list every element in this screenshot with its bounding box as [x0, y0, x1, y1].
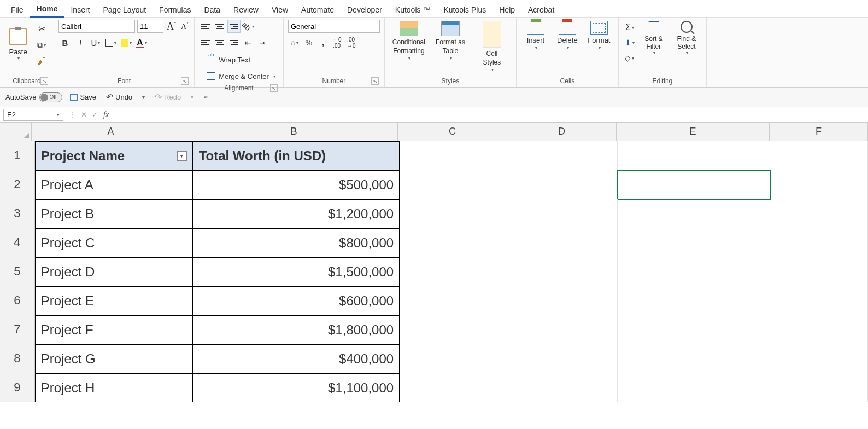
cell-C8[interactable]	[400, 344, 508, 373]
cell-A3[interactable]: Project B	[35, 199, 193, 228]
cell-D8[interactable]	[508, 344, 617, 373]
cell-B6[interactable]: $600,000	[193, 286, 400, 315]
cell-B9[interactable]: $1,100,000	[193, 373, 400, 402]
redo-button[interactable]: ↷ Redo	[153, 91, 183, 103]
select-all-corner[interactable]	[0, 123, 32, 141]
cell-E9[interactable]	[618, 373, 770, 402]
cell-D4[interactable]	[508, 228, 617, 257]
cell-D3[interactable]	[508, 199, 617, 228]
decrease-decimal-button[interactable]: .00→0	[345, 36, 358, 49]
cell-B5[interactable]: $1,500,000	[193, 257, 400, 286]
cell-A4[interactable]: Project C	[35, 228, 193, 257]
tab-automate[interactable]: Automate	[295, 2, 341, 18]
enter-formula-button[interactable]: ✓	[89, 111, 100, 119]
cancel-formula-button[interactable]: ✕	[78, 111, 89, 119]
cell-A6[interactable]: Project E	[35, 286, 193, 315]
cell-F6[interactable]	[770, 286, 868, 315]
increase-decimal-button[interactable]: ←0.00	[331, 36, 344, 49]
row-header-3[interactable]: 3	[0, 199, 35, 228]
conditional-formatting-button[interactable]: Conditional Formatting	[389, 20, 429, 72]
cell-A5[interactable]: Project D	[35, 257, 193, 286]
cell-D5[interactable]	[508, 257, 617, 286]
clipboard-launcher[interactable]: ⤡	[40, 77, 48, 85]
autosum-button[interactable]: Σ	[623, 21, 636, 34]
cell-A1[interactable]: Project Name▾	[35, 141, 193, 170]
decrease-indent-button[interactable]: ⇤	[242, 36, 255, 49]
cell-F8[interactable]	[770, 344, 868, 373]
tab-view[interactable]: View	[265, 2, 295, 18]
cell-B1[interactable]: Total Worth (in USD)	[193, 141, 400, 170]
bold-button[interactable]: B	[58, 36, 72, 49]
cell-C7[interactable]	[400, 315, 508, 344]
cell-F1[interactable]	[770, 141, 868, 170]
tab-page-layout[interactable]: Page Layout	[96, 2, 153, 18]
decrease-font-button[interactable]: A˅	[180, 22, 190, 31]
font-name-select[interactable]	[58, 20, 135, 33]
cell-E1[interactable]	[618, 141, 770, 170]
column-header-B[interactable]: B	[190, 123, 398, 141]
cell-D7[interactable]	[508, 315, 617, 344]
paste-button[interactable]: Paste	[4, 20, 32, 69]
tab-developer[interactable]: Developer	[341, 2, 389, 18]
cell-C9[interactable]	[400, 373, 508, 402]
cell-A8[interactable]: Project G	[35, 344, 193, 373]
cell-A7[interactable]: Project F	[35, 315, 193, 344]
cell-A2[interactable]: Project A	[35, 170, 193, 199]
cell-D1[interactable]	[508, 141, 617, 170]
cell-E5[interactable]	[618, 257, 770, 286]
find-select-button[interactable]: Find & Select	[671, 20, 702, 72]
accounting-format-button[interactable]: ⌂	[288, 36, 301, 49]
cell-C6[interactable]	[400, 286, 508, 315]
alignment-launcher[interactable]: ⤡	[270, 84, 278, 92]
increase-font-button[interactable]: A˄	[166, 21, 178, 32]
cell-C1[interactable]	[400, 141, 508, 170]
merge-center-button[interactable]: Merge & Center	[203, 69, 279, 83]
cell-E6[interactable]	[618, 286, 770, 315]
row-header-1[interactable]: 1	[0, 141, 35, 170]
row-header-5[interactable]: 5	[0, 257, 35, 286]
fill-color-button[interactable]	[120, 36, 133, 49]
cell-B7[interactable]: $1,800,000	[193, 315, 400, 344]
increase-indent-button[interactable]: ⇥	[256, 36, 269, 49]
redo-dropdown[interactable]: ▾	[189, 93, 196, 101]
tab-kutools-[interactable]: Kutools ™	[389, 2, 437, 18]
sort-filter-button[interactable]: Sort & Filter	[638, 20, 669, 72]
copy-button[interactable]: ⧉	[34, 38, 49, 51]
cell-C4[interactable]	[400, 228, 508, 257]
fill-button[interactable]: ⬇	[623, 36, 636, 49]
cell-C5[interactable]	[400, 257, 508, 286]
tab-insert[interactable]: Insert	[64, 2, 96, 18]
row-header-6[interactable]: 6	[0, 286, 35, 315]
column-header-C[interactable]: C	[398, 123, 507, 141]
autosave-toggle[interactable]: Off	[39, 92, 62, 102]
tab-kutools-plus[interactable]: Kutools Plus	[437, 2, 492, 18]
undo-button[interactable]: ↶ Undo	[104, 91, 134, 103]
cell-B3[interactable]: $1,200,000	[193, 199, 400, 228]
align-bottom-button[interactable]	[227, 20, 241, 33]
format-cells-button[interactable]: Format	[584, 20, 614, 72]
cell-A9[interactable]: Project H	[35, 373, 193, 402]
align-middle-button[interactable]	[213, 20, 226, 33]
column-header-E[interactable]: E	[617, 123, 770, 141]
row-header-7[interactable]: 7	[0, 315, 35, 344]
borders-button[interactable]	[104, 36, 118, 49]
undo-dropdown[interactable]: ▾	[140, 93, 147, 101]
cell-F7[interactable]	[770, 315, 868, 344]
row-header-2[interactable]: 2	[0, 170, 35, 199]
insert-cells-button[interactable]: Insert	[521, 20, 550, 72]
column-header-F[interactable]: F	[770, 123, 868, 141]
cell-C3[interactable]	[400, 199, 508, 228]
percent-button[interactable]: %	[302, 36, 315, 49]
font-launcher[interactable]: ⤡	[181, 77, 189, 85]
cell-E3[interactable]	[618, 199, 770, 228]
cell-D6[interactable]	[508, 286, 617, 315]
tab-formulas[interactable]: Formulas	[153, 2, 197, 18]
cell-B4[interactable]: $800,000	[193, 228, 400, 257]
tab-acrobat[interactable]: Acrobat	[521, 2, 561, 18]
cell-B2[interactable]: $500,000	[193, 170, 400, 199]
wrap-text-button[interactable]: Wrap Text	[203, 53, 279, 67]
row-header-9[interactable]: 9	[0, 373, 35, 402]
font-color-button[interactable]: A	[135, 36, 148, 49]
tab-file[interactable]: File	[4, 2, 30, 18]
qat-customize[interactable]: ≂	[201, 93, 210, 101]
